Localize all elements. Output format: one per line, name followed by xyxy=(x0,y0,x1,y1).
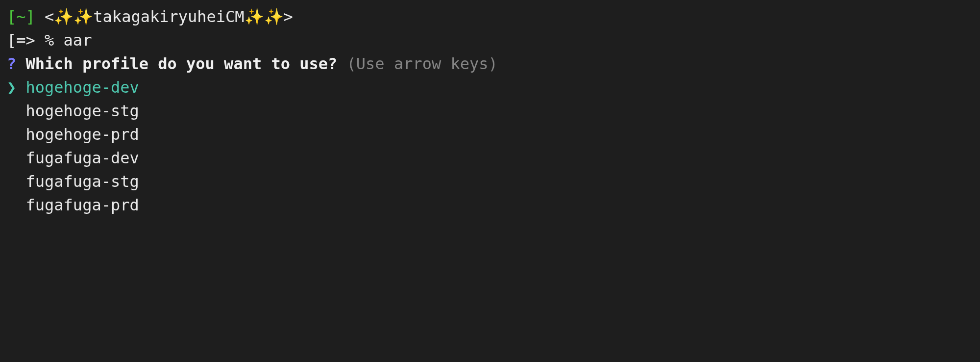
question-line: ? Which profile do you want to use? (Use… xyxy=(7,52,973,76)
sparkle-icon: ✨✨ xyxy=(54,7,93,26)
prompt-prefix: [=> % xyxy=(7,31,64,50)
prompt-line-1: [~] <✨✨takagakiryuheiCM✨✨> xyxy=(7,5,973,28)
prompt-tilde: ~ xyxy=(16,7,25,26)
option-item[interactable]: fugafuga-prd xyxy=(7,193,973,217)
prompt-bracket-close: ] xyxy=(26,7,35,26)
option-item[interactable]: hogehoge-prd xyxy=(7,123,973,146)
prompt-username: takagakiryuheiCM xyxy=(93,7,244,26)
option-label: fugafuga-prd xyxy=(26,196,139,214)
prompt-line-2: [=> % aar xyxy=(7,28,973,52)
prompt-bracket-open: [ xyxy=(7,7,16,26)
pointer-icon: ❯ xyxy=(7,78,16,97)
command-text[interactable]: aar xyxy=(64,31,92,50)
question-mark-icon: ? xyxy=(7,54,16,73)
option-item[interactable]: fugafuga-dev xyxy=(7,146,973,170)
option-label: hogehoge-stg xyxy=(26,102,139,120)
option-label: hogehoge-prd xyxy=(26,125,139,144)
option-label: fugafuga-stg xyxy=(26,172,139,191)
question-text: Which profile do you want to use? xyxy=(26,54,338,73)
option-item[interactable]: fugafuga-stg xyxy=(7,170,973,193)
question-hint: (Use arrow keys) xyxy=(347,54,498,73)
option-label: hogehoge-dev xyxy=(26,78,139,97)
option-selected[interactable]: ❯ hogehoge-dev xyxy=(7,76,973,99)
option-item[interactable]: hogehoge-stg xyxy=(7,99,973,123)
sparkle-icon: ✨✨ xyxy=(245,7,284,26)
prompt-angle-close: > xyxy=(284,7,293,26)
prompt-angle-open: < xyxy=(35,7,54,26)
option-label: fugafuga-dev xyxy=(26,149,139,167)
